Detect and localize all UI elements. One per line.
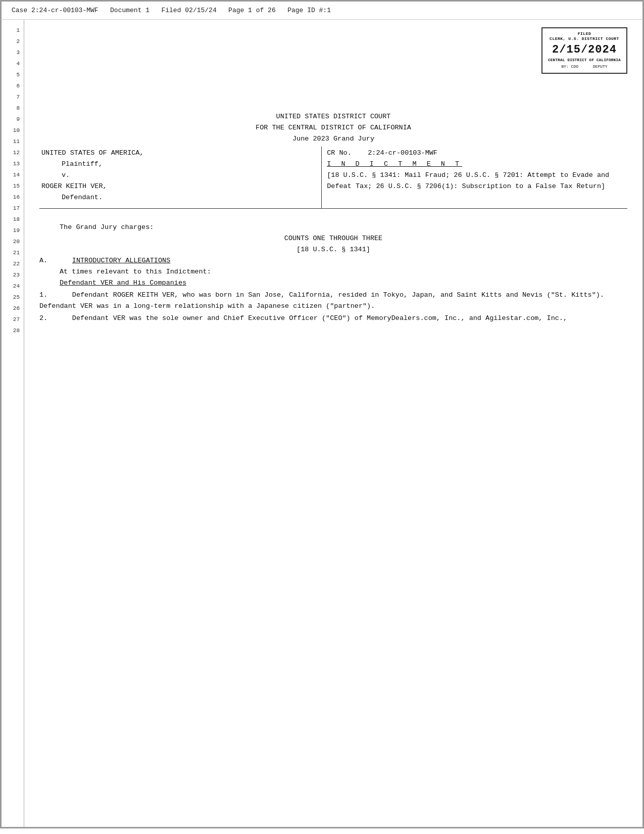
stamp-district: CENTRAL DISTRICT OF CALIFORNIA — [548, 58, 621, 63]
para2-text: Defendant VER was the sole owner and Chi… — [72, 314, 567, 322]
indictment-title-line: I N D I C T M E N T — [327, 159, 625, 170]
line-num-9: 9 — [2, 114, 24, 125]
document-page: Case 2:24-cr-00103-MWF Document 1 Filed … — [0, 0, 644, 834]
line-num-4: 4 — [2, 58, 24, 69]
versus: v. — [41, 170, 319, 181]
spacer-line16 — [39, 211, 627, 222]
spacer-line5 — [39, 78, 627, 89]
para1-text: Defendant ROGER KEITH VER, who was born … — [39, 291, 604, 310]
plaintiff-role: Plaintiff, — [41, 159, 319, 170]
at-times: At times relevant to this Indictment: — [39, 266, 627, 277]
line-num-11: 11 — [2, 136, 24, 147]
grand-jury: June 2023 Grand Jury — [39, 133, 627, 145]
stamp-by: BY: CDO DEPUTY — [548, 64, 621, 69]
stamp-by-label: BY: — [561, 64, 568, 69]
stamp-date: 2/15/2024 — [548, 43, 621, 58]
spacer-line6 — [39, 89, 627, 100]
line-num-27: 27 — [2, 314, 24, 325]
line-num-26: 26 — [2, 303, 24, 314]
stamp-clerk: CLERK, U.S. DISTRICT COURT — [548, 36, 621, 41]
line-num-10: 10 — [2, 125, 24, 136]
court-district: FOR THE CENTRAL DISTRICT OF CALIFORNIA — [39, 122, 627, 133]
line-num-1: 1 — [2, 25, 24, 36]
line-num-2: 2 — [2, 36, 24, 47]
line-num-18: 18 — [2, 214, 24, 225]
document-header: Case 2:24-cr-00103-MWF Document 1 Filed … — [0, 0, 644, 20]
line-num-15: 15 — [2, 180, 24, 192]
indictment-title: I N D I C T M E N T — [327, 160, 462, 168]
content-area: 1234567891011121314151617181920212223242… — [0, 20, 644, 828]
stamp-deputy: DEPUTY — [593, 64, 608, 69]
line-num-5: 5 — [2, 69, 24, 80]
case-caption-table: UNITED STATES OF AMERICA, Plaintiff, v. … — [39, 147, 627, 209]
spacer-line7 — [39, 100, 627, 111]
line-num-16: 16 — [2, 192, 24, 203]
caption-row-1: UNITED STATES OF AMERICA, Plaintiff, v. … — [39, 147, 627, 209]
counts-heading: COUNTS ONE THROUGH THREE — [39, 233, 627, 244]
subsection-title: Defendant VER and His Companies — [39, 277, 627, 289]
line-num-13: 13 — [2, 158, 24, 169]
document-body: FILED CLERK, U.S. DISTRICT COURT 2/15/20… — [24, 20, 642, 827]
section-a-title: INTRODUCTORY ALLEGATIONS — [72, 257, 170, 264]
court-name: UNITED STATES DISTRICT COURT — [39, 111, 627, 122]
caption-left: UNITED STATES OF AMERICA, Plaintiff, v. … — [39, 147, 322, 209]
cr-label: CR No. — [327, 149, 352, 157]
paragraph-2: 2. Defendant VER was the sole owner and … — [39, 313, 627, 324]
line-num-22: 22 — [2, 258, 24, 269]
line-num-23: 23 — [2, 269, 24, 281]
court-stamp: FILED CLERK, U.S. DISTRICT COURT 2/15/20… — [541, 27, 627, 74]
grand-jury-charges: The Grand Jury charges: — [39, 222, 627, 233]
stamp-by-value: CDO — [571, 64, 578, 69]
line-num-19: 19 — [2, 225, 24, 236]
caption-right: CR No. 2:24-cr-00103-MWF I N D I C T M E… — [322, 147, 627, 209]
filed-date: Filed 02/15/24 — [161, 7, 216, 14]
page-info: Page 1 of 26 — [228, 7, 276, 14]
section-a-label: A. — [39, 257, 47, 264]
para1-num: 1. — [39, 291, 47, 299]
plaintiff-name: UNITED STATES OF AMERICA, — [41, 148, 319, 159]
stamp-filed: FILED — [548, 31, 621, 36]
defendant-role: Defendant. — [41, 192, 319, 203]
line-num-7: 7 — [2, 91, 24, 103]
line-num-14: 14 — [2, 169, 24, 180]
document-number: Document 1 — [110, 7, 150, 14]
line-numbers-column: 1234567891011121314151617181920212223242… — [2, 20, 24, 827]
paragraph-1: 1. Defendant ROGER KEITH VER, who was bo… — [39, 290, 627, 312]
line-num-28: 28 — [2, 325, 24, 336]
case-number: Case 2:24-cr-00103-MWF — [12, 7, 98, 14]
line-num-25: 25 — [2, 292, 24, 303]
stamp-area: FILED CLERK, U.S. DISTRICT COURT 2/15/20… — [39, 27, 627, 74]
line-num-3: 3 — [2, 47, 24, 58]
line-num-24: 24 — [2, 281, 24, 292]
section-a: A. INTRODUCTORY ALLEGATIONS — [39, 255, 627, 266]
line-num-20: 20 — [2, 236, 24, 247]
line-num-12: 12 — [2, 147, 24, 158]
line-num-6: 6 — [2, 80, 24, 91]
line-num-17: 17 — [2, 203, 24, 214]
charges-text: [18 U.S.C. § 1341: Mail Fraud; 26 U.S.C.… — [327, 170, 625, 192]
line-num-8: 8 — [2, 103, 24, 114]
cr-number: 2:24-cr-00103-MWF — [368, 149, 437, 157]
para2-num: 2. — [39, 314, 47, 322]
cr-number-line: CR No. 2:24-cr-00103-MWF — [327, 148, 625, 159]
defendant-name: ROGER KEITH VER, — [41, 181, 319, 192]
line-num-21: 21 — [2, 247, 24, 258]
page-id: Page ID #:1 — [287, 7, 331, 14]
usc-heading: [18 U.S.C. § 1341] — [39, 244, 627, 255]
